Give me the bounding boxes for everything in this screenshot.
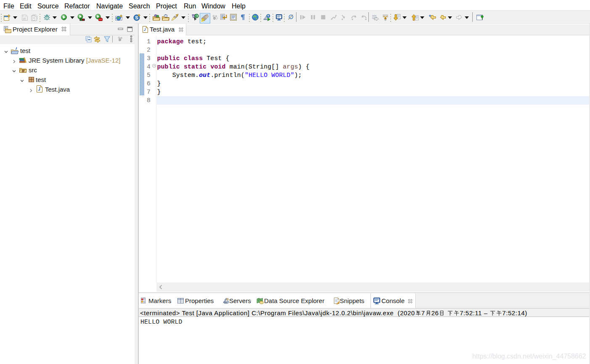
svg-text:S: S (135, 15, 138, 20)
